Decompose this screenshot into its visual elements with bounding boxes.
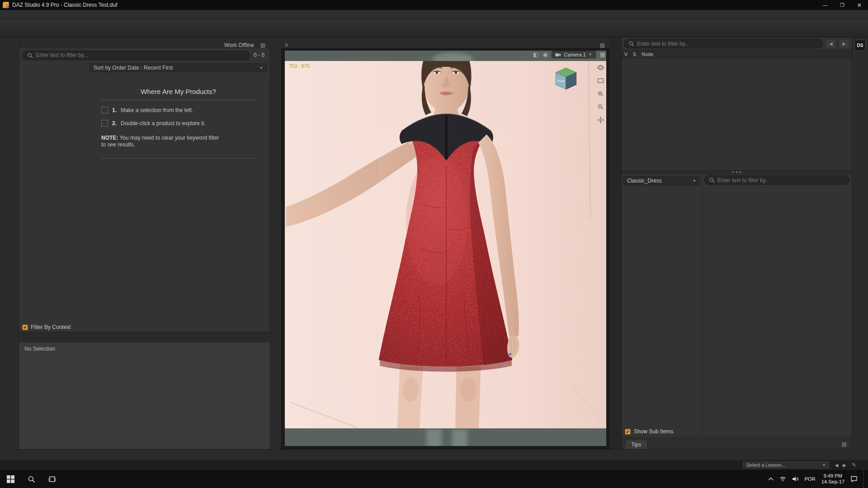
sort-dropdown[interactable]: Sort by Order Date : Recent First ▼: [90, 63, 267, 72]
lesson-selector[interactable]: Select a Lesson... ▼: [743, 461, 830, 469]
pane-menu-icon[interactable]: ▤: [598, 42, 607, 48]
parameter-filter-input[interactable]: [717, 177, 845, 183]
result-count: 0 - 0: [254, 52, 266, 58]
step-text: Double-click a product to explore it.: [121, 120, 205, 127]
left-pane-tabs: [270, 38, 281, 449]
windows-taskbar: POR 9:49 PM 14-Sep-17: [0, 470, 868, 488]
search-icon: [628, 41, 634, 47]
title-bar: DAZ Studio 4.9 Pro - Classic Dress Test.…: [0, 0, 868, 10]
filter-by-context[interactable]: Filter By Context: [19, 324, 87, 332]
orbit-tool-icon[interactable]: [597, 64, 604, 72]
work-offline-button[interactable]: Work Offline: [221, 42, 258, 48]
scene-tree: [622, 58, 852, 170]
zoom-in-icon[interactable]: [597, 90, 604, 99]
viewport-side-tools: [597, 64, 604, 125]
node-selector-label: Classic_Dress: [627, 178, 662, 184]
history-back-icon[interactable]: ◀: [826, 39, 836, 48]
zoom-out-icon[interactable]: [597, 103, 604, 112]
cube-front-label: Front: [557, 79, 565, 83]
pan-tool-icon[interactable]: [597, 117, 604, 125]
close-button[interactable]: ✕: [851, 0, 868, 10]
show-desktop-button[interactable]: [863, 470, 866, 488]
left-icon-strip: [0, 38, 19, 449]
history-forward-icon[interactable]: ▶: [839, 39, 849, 48]
checkbox-checked-icon[interactable]: [22, 324, 28, 330]
smart-content-body: Sort by Order Date : Recent First ▼ Wher…: [19, 62, 270, 322]
overscan-head-shape: [433, 52, 473, 61]
overscan-leg-shape: [426, 429, 442, 446]
notification-center-icon[interactable]: [850, 476, 858, 482]
frame-tool-icon[interactable]: [597, 77, 604, 85]
scene-search-box[interactable]: [624, 39, 823, 48]
activity-strip: DS: [852, 38, 868, 449]
parameter-search-row: [703, 174, 850, 186]
lesson-pager: ◀ ▶: [835, 463, 846, 468]
pane-menu-icon[interactable]: ▤: [840, 441, 849, 449]
chevron-down-icon: ▼: [589, 52, 592, 56]
frame-overscan-bottom: [285, 428, 606, 446]
scene-filter-input[interactable]: [637, 41, 819, 47]
view-orientation-cube[interactable]: Front: [552, 65, 580, 94]
window-controls: — ❐ ✕: [816, 0, 868, 10]
divider: [101, 158, 255, 159]
render-dimensions-overlay: 753 : 875: [289, 63, 310, 69]
hidden-icons-chevron-icon[interactable]: [768, 477, 774, 481]
product-filter-input[interactable]: [36, 52, 245, 58]
product-search-box[interactable]: [23, 51, 250, 60]
view-options-icon[interactable]: ◉: [542, 51, 547, 58]
task-view-button[interactable]: [42, 470, 62, 488]
step-number: 2.: [112, 120, 117, 127]
smart-content-tabs: Work Offline ▤: [19, 38, 270, 48]
pager-prev-icon[interactable]: ◀: [835, 463, 839, 468]
products-area: Sort by Order Date : Recent First ▼ Wher…: [87, 62, 270, 322]
info-tabs: [19, 333, 270, 343]
column-selectable: S: [630, 52, 639, 57]
chevron-down-icon: ▼: [259, 66, 263, 70]
smart-content-panel: Work Offline ▤ 0 - 0 Sort by Order Date …: [19, 38, 270, 449]
show-sub-items-label: Show Sub Items: [634, 428, 673, 435]
parameter-search-box[interactable]: [704, 175, 849, 185]
lesson-bar: Select a Lesson... ▼ ◀ ▶ ✎: [0, 460, 868, 470]
info-content: No Selection: [19, 343, 270, 449]
camera-icon: [555, 52, 561, 57]
aspect-frame-icon[interactable]: ◧: [533, 51, 538, 58]
tips-tab[interactable]: Tips: [625, 440, 647, 449]
language-indicator[interactable]: POR: [805, 476, 816, 482]
network-icon[interactable]: [779, 476, 786, 482]
pane-menu-icon[interactable]: ▤: [259, 42, 267, 48]
start-button[interactable]: [0, 470, 21, 488]
scene-search-row: ◀ ▶: [622, 38, 852, 50]
divider: [101, 100, 255, 100]
bottom-pane-tabs: [0, 449, 868, 460]
category-list: [19, 62, 87, 322]
parameters-footer: Tips ▤: [622, 437, 852, 449]
render-view[interactable]: [285, 61, 606, 428]
overscan-leg-shape: [452, 429, 467, 446]
app-logo-icon: [3, 2, 9, 8]
panel-splitter[interactable]: ● ● ●: [622, 170, 852, 174]
search-button[interactable]: [21, 470, 42, 488]
chevron-down-icon: ▼: [822, 463, 826, 467]
volume-icon[interactable]: [792, 476, 799, 482]
viewport-3d-area[interactable]: 753 : 875 ◧ ◉ Camera 1 ▼ ▦: [281, 48, 609, 449]
note-label: NOTE:: [101, 135, 118, 141]
column-visibility: V: [622, 52, 630, 57]
edit-icon[interactable]: ✎: [852, 462, 856, 468]
daz-logo-icon[interactable]: DS: [854, 40, 866, 51]
empty-state-step: 1. Make a selection from the left.: [101, 107, 255, 113]
pane-handle-icon[interactable]: ≡: [283, 42, 290, 48]
right-dock: ◀ ▶ V S Node ● ● ● Classic_Dress ▼: [621, 38, 852, 449]
pager-next-icon[interactable]: ▶: [843, 463, 846, 468]
minimize-button[interactable]: —: [816, 0, 834, 10]
maximize-button[interactable]: ❐: [834, 0, 851, 10]
lesson-selector-label: Select a Lesson...: [746, 462, 786, 468]
checkbox-checked-icon[interactable]: [625, 429, 631, 435]
taskbar-clock[interactable]: 9:49 PM 14-Sep-17: [821, 473, 844, 485]
grid-options-icon[interactable]: ▦: [600, 51, 605, 58]
camera-selector[interactable]: Camera 1 ▼: [552, 51, 595, 58]
step-number: 1.: [112, 107, 117, 113]
empty-state-note: NOTE: You may need to clear your keyword…: [101, 135, 222, 148]
system-tray: POR 9:49 PM 14-Sep-17: [768, 470, 868, 488]
show-sub-items[interactable]: Show Sub Items: [622, 426, 702, 437]
parameters-node-selector[interactable]: Classic_Dress ▼: [623, 176, 700, 186]
